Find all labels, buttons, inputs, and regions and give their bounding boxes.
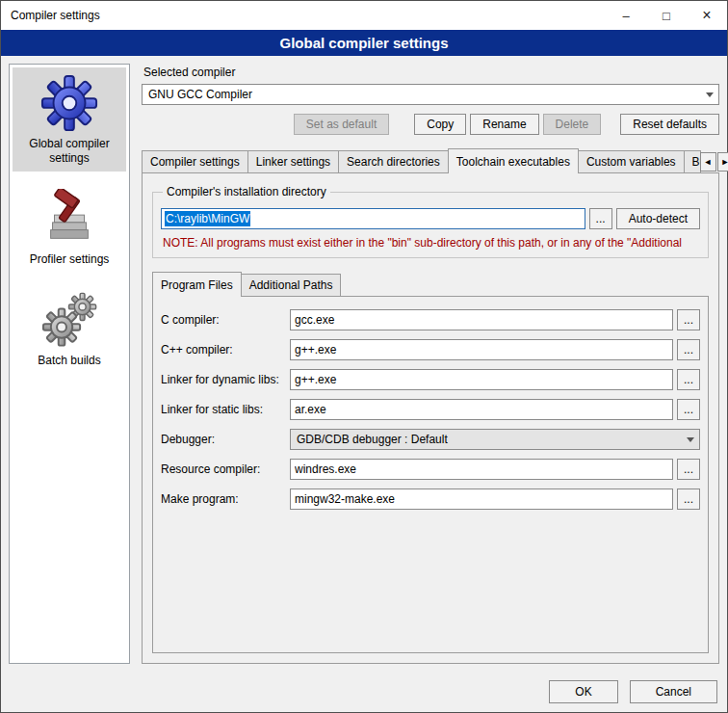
tab-scroll-buttons: ◄ ► — [700, 152, 728, 172]
linker-dynamic-label: Linker for dynamic libs: — [161, 373, 286, 386]
debugger-value: GDB/CDB debugger : Default — [297, 433, 682, 446]
browse-cpp-compiler-button[interactable]: ... — [677, 339, 700, 360]
delete-button[interactable]: Delete — [543, 114, 602, 135]
dialog-body: Global compiler settings Profiler settin… — [1, 56, 727, 672]
debugger-row: Debugger: GDB/CDB debugger : Default — [161, 429, 700, 450]
debugger-label: Debugger: — [161, 433, 286, 446]
linker-dynamic-row: Linker for dynamic libs: ... — [161, 369, 700, 390]
browse-make-program-button[interactable]: ... — [677, 489, 700, 510]
minimize-button[interactable]: – — [606, 1, 646, 30]
selected-compiler-label: Selected compiler — [143, 66, 719, 79]
c-compiler-label: C compiler: — [161, 313, 286, 327]
tab-scroll-right-icon[interactable]: ► — [717, 152, 728, 172]
make-program-input[interactable] — [290, 489, 673, 510]
tab-compiler-settings[interactable]: Compiler settings — [142, 150, 248, 172]
profiler-tool-icon — [39, 189, 99, 249]
cpp-compiler-row: C++ compiler: ... — [161, 339, 700, 360]
sidebar-item-profiler-settings[interactable]: Profiler settings — [13, 183, 126, 273]
blue-gear-icon — [39, 73, 99, 133]
installation-directory-input[interactable]: C:\raylib\MinGW — [161, 208, 585, 229]
linker-static-label: Linker for static libs: — [161, 403, 286, 416]
rename-button[interactable]: Rename — [470, 114, 538, 135]
browse-directory-button[interactable]: ... — [589, 208, 612, 229]
browse-c-compiler-button[interactable]: ... — [677, 309, 700, 330]
browse-resource-compiler-button[interactable]: ... — [677, 459, 700, 480]
compiler-settings-tabs: Compiler settings Linker settings Search… — [142, 147, 719, 172]
ok-button[interactable]: OK — [549, 680, 617, 703]
tab-search-directories[interactable]: Search directories — [338, 150, 449, 172]
browse-linker-static-button[interactable]: ... — [677, 399, 700, 420]
linker-static-input[interactable] — [290, 399, 673, 420]
page-title: Global compiler settings — [1, 30, 727, 56]
cpp-compiler-input[interactable] — [290, 339, 673, 360]
subtab-program-files[interactable]: Program Files — [152, 272, 242, 297]
program-tabs: Program Files Additional Paths — [152, 271, 709, 296]
gray-gears-icon — [39, 290, 99, 350]
window-title: Compiler settings — [1, 9, 100, 22]
linker-dynamic-input[interactable] — [290, 369, 673, 390]
selected-compiler-dropdown[interactable]: GNU GCC Compiler — [142, 84, 719, 105]
close-button[interactable]: × — [687, 1, 727, 30]
make-program-row: Make program: ... — [161, 489, 700, 510]
cpp-compiler-label: C++ compiler: — [161, 343, 286, 356]
tab-build[interactable]: Build — [684, 150, 701, 172]
chevron-down-icon — [701, 85, 718, 104]
browse-linker-dynamic-button[interactable]: ... — [677, 369, 700, 390]
tab-linker-settings[interactable]: Linker settings — [247, 150, 339, 172]
selected-compiler-value: GNU GCC Compiler — [148, 88, 701, 101]
tab-custom-variables[interactable]: Custom variables — [578, 150, 685, 172]
sidebar-item-label: Batch builds — [14, 354, 124, 368]
compiler-settings-dialog: Compiler settings – □ × Global compiler … — [0, 0, 728, 713]
settings-category-list: Global compiler settings Profiler settin… — [9, 64, 130, 664]
bin-subdirectory-note: NOTE: All programs must exist either in … — [163, 236, 700, 250]
debugger-dropdown[interactable]: GDB/CDB debugger : Default — [290, 429, 700, 450]
resource-compiler-input[interactable] — [290, 459, 673, 480]
sidebar-item-label: Profiler settings — [14, 252, 124, 267]
make-program-label: Make program: — [161, 492, 286, 506]
resource-compiler-label: Resource compiler: — [161, 462, 286, 476]
program-files-panel: C compiler: ... C++ compiler: ... Linker… — [152, 296, 709, 653]
toolchain-executables-panel: Compiler's installation directory C:\ray… — [142, 172, 719, 664]
reset-defaults-button[interactable]: Reset defaults — [620, 114, 719, 135]
c-compiler-row: C compiler: ... — [161, 309, 700, 330]
sidebar-item-batch-builds[interactable]: Batch builds — [13, 284, 126, 374]
tab-scroll-left-icon[interactable]: ◄ — [700, 152, 716, 172]
linker-static-row: Linker for static libs: ... — [161, 399, 700, 420]
main-panel: Selected compiler GNU GCC Compiler Set a… — [142, 64, 719, 664]
cancel-button[interactable]: Cancel — [630, 680, 717, 703]
dialog-footer: OK Cancel — [1, 672, 727, 712]
copy-button[interactable]: Copy — [414, 114, 466, 135]
subtab-additional-paths[interactable]: Additional Paths — [241, 274, 342, 296]
c-compiler-input[interactable] — [290, 309, 673, 330]
sidebar-item-label: Global compiler settings — [14, 137, 124, 166]
chevron-down-icon — [682, 430, 699, 449]
installation-directory-value: C:\raylib\MinGW — [165, 211, 250, 226]
resource-compiler-row: Resource compiler: ... — [161, 459, 700, 480]
sidebar-item-global-compiler-settings[interactable]: Global compiler settings — [13, 67, 126, 172]
maximize-button[interactable]: □ — [646, 1, 687, 30]
tab-toolchain-executables[interactable]: Toolchain executables — [448, 148, 579, 173]
installation-directory-group: Compiler's installation directory C:\ray… — [152, 185, 709, 258]
installation-directory-row: C:\raylib\MinGW ... Auto-detect — [161, 208, 700, 229]
set-as-default-button[interactable]: Set as default — [294, 114, 389, 135]
installation-directory-label: Compiler's installation directory — [163, 185, 330, 198]
titlebar: Compiler settings – □ × — [1, 1, 727, 30]
compiler-actions: Set as default Copy Rename Delete Reset … — [142, 114, 719, 135]
auto-detect-button[interactable]: Auto-detect — [616, 208, 700, 229]
